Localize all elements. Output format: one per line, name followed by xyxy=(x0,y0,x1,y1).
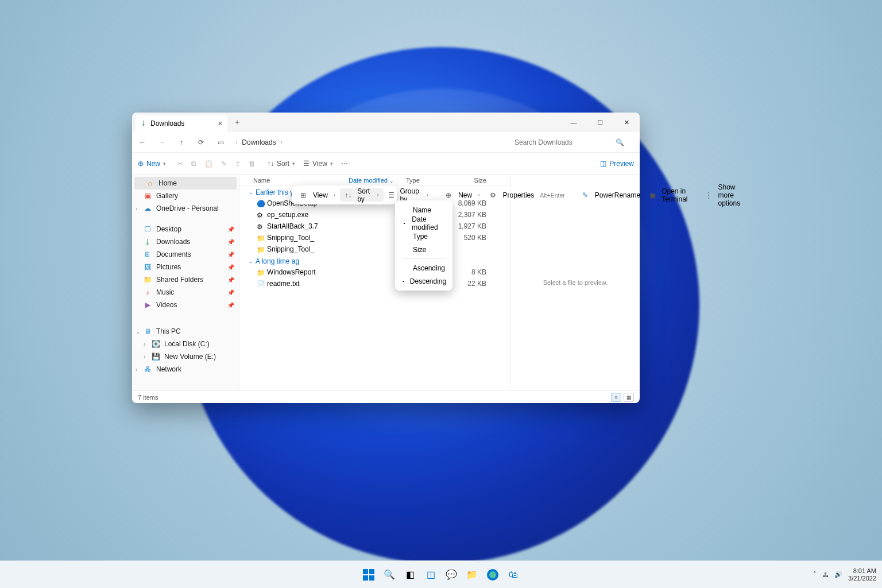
col-type[interactable]: Type xyxy=(406,177,452,184)
file-row[interactable]: 📄readme.txt22 KB xyxy=(239,278,510,289)
minimize-button[interactable]: — xyxy=(560,113,587,132)
details-view-button[interactable]: ≡ xyxy=(611,393,621,402)
col-date[interactable]: Date modified ⌄ xyxy=(349,177,406,184)
sort-size[interactable]: Size xyxy=(398,243,450,256)
sort-date[interactable]: •Date modified xyxy=(398,216,450,230)
maximize-button[interactable]: ☐ xyxy=(587,113,613,132)
sort-icon: ↑↓ xyxy=(267,160,274,168)
breadcrumb[interactable]: › Downloads › xyxy=(235,138,283,146)
preview-icon: ◫ xyxy=(600,160,606,168)
store-button[interactable]: 🛍 xyxy=(505,567,521,583)
chat-button[interactable]: 💬 xyxy=(443,567,459,583)
monitor-icon[interactable]: ▭ xyxy=(216,138,225,146)
system-tray[interactable]: ˄ 🖧 🔊 8:01 AM 3/21/2022 xyxy=(813,567,876,582)
network-icon[interactable]: 🖧 xyxy=(822,571,829,578)
close-tab-icon[interactable]: ✕ xyxy=(218,120,223,127)
file-explorer-window: ⭳ Downloads ✕ ＋ — ☐ ✕ ← → ↑ ⟳ ▭ › Downlo… xyxy=(132,113,640,403)
search-box[interactable]: 🔍 xyxy=(513,138,634,147)
pin-icon: 📌 xyxy=(227,252,234,258)
chevron-right-icon[interactable]: › xyxy=(136,206,137,212)
file-row[interactable]: ⚙ep_setup.exe2,307 KB xyxy=(239,209,510,220)
sidebar-item-downloads[interactable]: ⭳Downloads📌 xyxy=(132,235,239,248)
thumbnails-view-button[interactable]: ▦ xyxy=(624,393,634,402)
chevron-down-icon: ⌄ xyxy=(389,178,394,184)
ctx-more[interactable]: ⋮Show more options xyxy=(701,188,746,202)
search-input[interactable] xyxy=(513,138,611,147)
ctx-groupby[interactable]: ☰Group by› xyxy=(384,188,434,202)
sidebar-item-pictures[interactable]: 🖼Pictures📌 xyxy=(132,261,239,273)
file-row[interactable]: 📁Snipping_Tool_ xyxy=(239,243,510,255)
ctx-terminal[interactable]: ▣Open in Terminal xyxy=(645,188,694,202)
cut-button[interactable]: ✂ xyxy=(177,160,183,168)
sidebar-item-thispc[interactable]: ⌄🖥This PC xyxy=(132,325,239,338)
file-row[interactable]: 📁Snipping_Tool_520 KB xyxy=(239,232,510,243)
downloads-icon: ⭳ xyxy=(140,119,147,127)
share-button[interactable]: ⇪ xyxy=(235,160,241,168)
rename-icon: ✎ xyxy=(581,191,589,199)
paste-button[interactable]: 📋 xyxy=(204,160,213,168)
chevron-right-icon[interactable]: › xyxy=(144,354,145,360)
file-row[interactable]: ⚙StartAllBack_3.71,927 KB xyxy=(239,220,510,232)
delete-button[interactable]: 🗑 xyxy=(249,160,256,168)
sidebar-item-newvol[interactable]: ›💾New Volume (E:) xyxy=(132,350,239,363)
more-button[interactable]: ⋯ xyxy=(341,160,348,168)
ctx-properties[interactable]: ⚙PropertiesAlt+Enter xyxy=(485,188,570,202)
sidebar-item-music[interactable]: ♪Music📌 xyxy=(132,286,239,299)
forward-button[interactable]: → xyxy=(157,138,167,146)
edge-button[interactable] xyxy=(485,567,501,583)
pictures-icon: 🖼 xyxy=(144,263,152,271)
copy-button[interactable]: ⧉ xyxy=(191,160,196,168)
sidebar-item-network[interactable]: ›🖧Network xyxy=(132,363,239,376)
sort-asc[interactable]: Ascending xyxy=(398,261,450,274)
sidebar-item-videos[interactable]: ▶Videos📌 xyxy=(132,299,239,311)
close-button[interactable]: ✕ xyxy=(613,113,640,132)
downloads-icon: ⭳ xyxy=(144,238,152,246)
ctx-new[interactable]: ⊕New› xyxy=(440,188,484,202)
task-view-button[interactable]: ◧ xyxy=(402,567,418,583)
file-icon: 🔵 xyxy=(257,200,264,207)
search-button[interactable]: 🔍 xyxy=(381,567,397,583)
clock[interactable]: 8:01 AM 3/21/2022 xyxy=(848,567,876,582)
preview-toggle[interactable]: ◫ Preview xyxy=(600,160,634,168)
sidebar-item-home[interactable]: ⌂Home xyxy=(134,177,237,189)
widgets-button[interactable]: ◫ xyxy=(423,567,439,583)
file-row[interactable]: 📁WindowsReport8 KB xyxy=(239,266,510,278)
ctx-view[interactable]: ⊞View› xyxy=(295,188,340,202)
start-button[interactable] xyxy=(361,567,377,583)
sidebar-item-desktop[interactable]: 🖵Desktop📌 xyxy=(132,223,239,235)
file-icon: 📁 xyxy=(257,269,264,276)
sidebar-item-shared[interactable]: 📁Shared Folders📌 xyxy=(132,273,239,286)
file-explorer-button[interactable]: 📁 xyxy=(464,567,480,583)
sort-button[interactable]: ↑↓ Sort ▾ xyxy=(267,160,295,168)
view-button[interactable]: ☰ View ▾ xyxy=(303,160,333,168)
sidebar-item-localc[interactable]: ›💽Local Disk (C:) xyxy=(132,338,239,350)
sidebar-item-onedrive[interactable]: ›☁OneDrive - Personal xyxy=(132,202,239,215)
back-button[interactable]: ← xyxy=(138,138,147,146)
file-group-header[interactable]: ⌄A long time ag xyxy=(239,255,510,266)
taskbar: 🔍 ◧ ◫ 💬 📁 🛍 ˄ 🖧 🔊 8:01 AM 3/21/2022 xyxy=(0,560,882,588)
rename-button[interactable]: ✎ xyxy=(221,160,227,168)
item-count: 7 items xyxy=(138,394,158,401)
chevron-up-icon[interactable]: ˄ xyxy=(813,571,817,578)
chevron-right-icon[interactable]: › xyxy=(144,341,145,347)
ctx-sortby[interactable]: ↑↓Sort by› xyxy=(340,188,383,202)
col-name[interactable]: Name xyxy=(239,177,349,184)
chevron-right-icon: › xyxy=(377,192,378,198)
folder-icon: 📁 xyxy=(144,276,152,284)
ctx-powerrename[interactable]: ✎PowerRename xyxy=(577,188,645,202)
volume-icon[interactable]: 🔊 xyxy=(834,571,842,578)
col-size[interactable]: Size xyxy=(452,177,492,184)
refresh-button[interactable]: ⟳ xyxy=(196,138,206,146)
tab-downloads[interactable]: ⭳ Downloads ✕ xyxy=(136,115,227,132)
sidebar-item-documents[interactable]: 🗎Documents📌 xyxy=(132,248,239,261)
new-button[interactable]: ⊕ New ▾ xyxy=(138,160,166,168)
preview-pane: Select a file to preview. xyxy=(510,175,640,390)
sidebar-item-gallery[interactable]: ▣Gallery xyxy=(132,189,239,202)
up-button[interactable]: ↑ xyxy=(177,138,186,146)
sort-type[interactable]: Type xyxy=(398,230,450,243)
file-icon: ⚙ xyxy=(257,211,264,218)
new-tab-button[interactable]: ＋ xyxy=(233,117,241,127)
chevron-right-icon[interactable]: › xyxy=(136,366,137,373)
sort-desc[interactable]: •Descending xyxy=(398,274,450,288)
chevron-down-icon[interactable]: ⌄ xyxy=(136,328,140,335)
